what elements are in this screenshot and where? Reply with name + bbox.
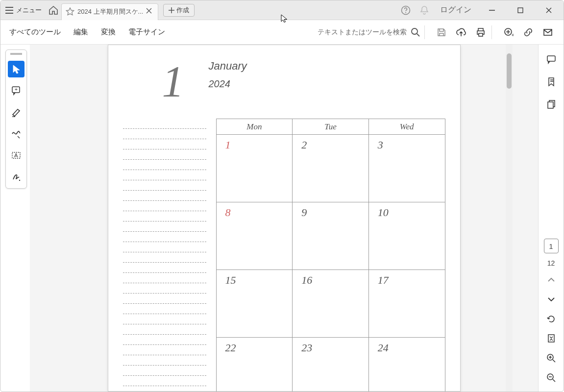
link-button[interactable] (521, 25, 535, 39)
home-button[interactable] (47, 3, 60, 17)
minimize-icon (489, 7, 495, 14)
link-icon (523, 27, 533, 37)
close-icon (545, 7, 552, 14)
svg-point-1 (405, 12, 406, 13)
day-number: 10 (369, 202, 445, 223)
calendar-cell: 10 (368, 202, 445, 270)
year: 2024 (209, 78, 247, 90)
main-area: + A 1 January 2024 (0, 45, 564, 392)
email-button[interactable] (541, 25, 555, 39)
panel-grip[interactable] (10, 53, 22, 55)
create-label: 作成 (176, 6, 189, 15)
document-tab[interactable]: 2024 上半期月間スケ... (61, 3, 158, 20)
home-icon (49, 5, 58, 15)
cloud-upload-icon (456, 27, 466, 37)
comment-tool[interactable]: + (8, 82, 25, 99)
left-tool-area: + A (0, 45, 30, 392)
calendar-cell: 17 (368, 270, 445, 338)
sparkle-icon: + (504, 27, 514, 37)
esign-menu[interactable]: 電子サイン (128, 27, 165, 37)
search-placeholder: テキストまたはツールを検索 (318, 28, 407, 37)
svg-point-11 (19, 180, 20, 181)
prev-page-button[interactable] (544, 273, 558, 287)
day-header: Tue (293, 119, 369, 135)
current-page-indicator[interactable]: 1 (544, 239, 559, 253)
create-button[interactable]: 作成 (163, 4, 195, 17)
highlighter-icon (11, 107, 21, 117)
all-tools-menu[interactable]: すべてのツール (9, 27, 61, 37)
menu-button[interactable]: メニュー (0, 0, 47, 20)
freehand-icon (11, 129, 21, 139)
comments-panel-button[interactable] (544, 52, 558, 66)
pages-panel-button[interactable] (544, 98, 558, 111)
draw-tool[interactable] (8, 125, 25, 142)
calendar-table: Mon Tue Wed 1238910151617222324 (216, 119, 445, 392)
menu-label: メニュー (16, 6, 42, 15)
speech-bubble-icon (546, 54, 556, 64)
text-box-tool[interactable]: A (8, 147, 25, 164)
next-page-button[interactable] (544, 293, 558, 306)
calendar-cell: 1 (216, 135, 293, 202)
comment-icon: + (11, 86, 21, 96)
svg-rect-2 (518, 8, 523, 13)
help-icon (401, 5, 411, 15)
titlebar: メニュー 2024 上半期月間スケ... 作成 ログイン (0, 0, 564, 20)
titlebar-right: ログイン (400, 0, 564, 20)
rotate-icon (546, 314, 556, 324)
rotate-button[interactable] (544, 312, 558, 326)
document-viewport[interactable]: 1 January 2024 (30, 45, 538, 392)
svg-point-3 (412, 28, 417, 34)
day-number: 15 (217, 270, 293, 291)
calendar-cell: 8 (216, 202, 293, 270)
help-button[interactable] (400, 4, 412, 16)
edit-menu[interactable]: 編集 (74, 27, 88, 37)
tab-title: 2024 上半期月間スケ... (77, 7, 143, 16)
page-fit-button[interactable] (544, 332, 558, 345)
maximize-button[interactable] (510, 0, 531, 20)
sign-tool[interactable] (8, 169, 25, 185)
day-number: 3 (369, 135, 445, 155)
svg-text:+: + (512, 32, 514, 37)
left-tool-panel: + A (5, 49, 27, 189)
save-icon (437, 27, 446, 37)
right-panel: 1 12 (538, 45, 564, 392)
zoom-in-button[interactable] (544, 351, 558, 365)
toolbar: すべてのツール 編集 変換 電子サイン テキストまたはツールを検索 + (0, 20, 564, 45)
maximize-icon (517, 7, 524, 14)
chevron-down-icon (547, 296, 555, 302)
page-fit-icon (547, 334, 556, 343)
minimize-button[interactable] (481, 0, 503, 20)
bookmarks-panel-button[interactable] (544, 75, 558, 89)
day-number: 22 (217, 338, 293, 358)
textbox-icon: A (11, 150, 21, 160)
total-pages: 12 (547, 259, 555, 267)
svg-rect-14 (548, 102, 553, 108)
tab-close-button[interactable] (146, 8, 154, 16)
close-window-button[interactable] (538, 0, 560, 20)
convert-menu[interactable]: 変換 (101, 27, 116, 37)
pages-icon (546, 99, 556, 109)
login-button[interactable]: ログイン (440, 5, 471, 15)
day-number: 8 (217, 202, 293, 223)
vertical-scrollbar[interactable] (506, 45, 513, 392)
print-button[interactable] (474, 25, 488, 39)
notifications-button[interactable] (418, 4, 430, 16)
highlight-tool[interactable] (8, 104, 25, 121)
select-tool[interactable] (8, 61, 25, 77)
zoom-out-icon (546, 373, 556, 383)
zoom-out-button[interactable] (544, 371, 558, 385)
scrollbar-thumb[interactable] (507, 53, 512, 89)
search-area[interactable]: テキストまたはツールを検索 (318, 27, 420, 37)
calendar-cell: 16 (293, 270, 369, 338)
upload-cloud-button[interactable] (454, 25, 468, 39)
calendar-cell: 2 (293, 135, 369, 202)
day-number: 9 (293, 202, 368, 223)
ai-assistant-button[interactable]: + (502, 25, 515, 39)
day-header: Wed (368, 119, 445, 135)
calendar-cell: 23 (293, 338, 369, 392)
svg-text:A: A (14, 152, 18, 158)
cursor-icon (12, 64, 21, 74)
calendar-cell: 3 (368, 135, 445, 202)
save-button[interactable] (435, 25, 448, 39)
calendar-cell: 24 (368, 338, 445, 392)
